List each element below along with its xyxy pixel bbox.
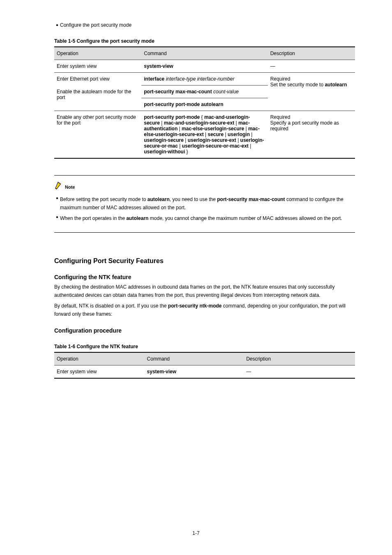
cell-op: Enable the autolearn mode for the port xyxy=(54,86,141,111)
bullet-dot: ● xyxy=(54,214,60,220)
cell-op: Enter system view xyxy=(54,365,145,379)
table-row: Enter system view system-view — xyxy=(54,365,355,379)
cell-op: Enter system view xyxy=(54,60,141,73)
note-icon xyxy=(54,181,63,190)
table1-th-cmd: Command xyxy=(141,47,267,60)
table1-caption: Table 1-5 Configure the port security mo… xyxy=(54,38,355,44)
cell-op: Enter Ethernet port view xyxy=(54,73,141,86)
table1-th-op: Operation xyxy=(54,47,141,60)
cell-cmd: system-view xyxy=(145,365,244,379)
cell-op: Enable any other port security mode for … xyxy=(54,111,141,159)
paragraph-ntk-desc: By checking the destination MAC addresse… xyxy=(54,283,355,299)
intro-text: Configure the port security mode xyxy=(60,22,131,28)
cell-cmd: interface interface-type interface-numbe… xyxy=(141,73,267,86)
cell-cmd: port-security max-mac-count count-value xyxy=(141,86,267,98)
table2: Operation Command Description Enter syst… xyxy=(54,352,355,379)
table2-th-desc: Description xyxy=(244,352,355,365)
table1: Operation Command Description Enter syst… xyxy=(54,46,355,159)
table-row: Enter Ethernet port view interface inter… xyxy=(54,73,355,86)
table2-caption: Table 1-6 Configure the NTK feature xyxy=(54,344,355,349)
cell-cmd: port-security port-mode { mac-and-userlo… xyxy=(141,111,267,159)
cell-desc: RequiredSet the security mode to autolea… xyxy=(268,73,355,111)
note-item: ● Before setting the port security mode … xyxy=(54,195,355,212)
heading-config-features: Configuring Port Security Features xyxy=(54,257,355,265)
intro-bullet: ● Configure the port security mode xyxy=(54,22,355,28)
cell-cmd: port-security port-mode autolearn xyxy=(141,98,267,111)
paragraph-ntk-default: By default, NTK is disabled on a port. I… xyxy=(54,302,355,318)
heading-ntk: Configuring the NTK feature xyxy=(54,274,355,280)
table2-th-cmd: Command xyxy=(145,352,244,365)
bullet-dot: ● xyxy=(54,22,60,28)
cell-cmd: system-view xyxy=(141,60,267,73)
table-row: Enable any other port security mode for … xyxy=(54,111,355,159)
table1-head-row: Operation Command Description xyxy=(54,47,355,60)
page-number: 1-7 xyxy=(0,530,392,536)
cell-desc: RequiredSpecify a port security mode as … xyxy=(268,111,355,159)
note-block: Note ● Before setting the port security … xyxy=(54,175,355,233)
cell-desc: — xyxy=(244,365,355,379)
heading-config-procedure: Configuration procedure xyxy=(54,327,355,334)
note-item: ● When the port operates in the autolear… xyxy=(54,214,355,222)
bullet-dot: ● xyxy=(54,195,60,201)
note-text: When the port operates in the autolearn … xyxy=(60,214,342,222)
note-text: Before setting the port security mode to… xyxy=(60,195,355,212)
table2-head-row: Operation Command Description xyxy=(54,352,355,365)
table1-th-desc: Description xyxy=(268,47,355,60)
cell-desc: — xyxy=(268,60,355,73)
note-label: Note xyxy=(65,185,75,190)
table2-th-op: Operation xyxy=(54,352,145,365)
table-row: Enter system view system-view — xyxy=(54,60,355,73)
